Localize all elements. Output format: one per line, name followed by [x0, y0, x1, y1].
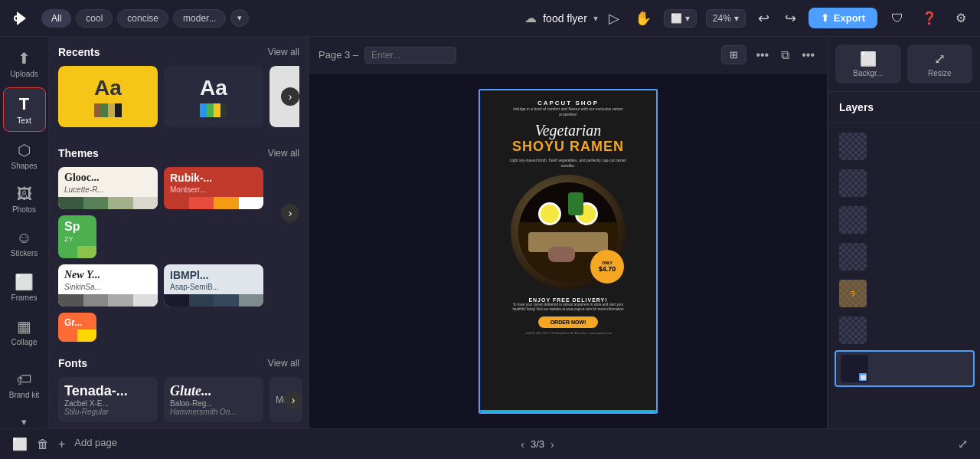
font-big-name-1: Tenada-... [64, 383, 152, 399]
theme-card-1[interactable]: Glooc... Lucette-R... [58, 167, 158, 209]
flyer-teal-accent-bar [480, 410, 656, 412]
themes-grid: Glooc... Lucette-R... Rubik-... Montserr… [58, 167, 299, 258]
recents-view-all-btn[interactable]: View all [268, 47, 299, 57]
layer-thumb-1 [839, 133, 867, 160]
sidebar-scroll-down-btn[interactable]: ▾ [3, 411, 46, 428]
sidebar-label-text: Text [17, 116, 31, 125]
upload-icon: ⬆ [18, 49, 31, 67]
recent-card-1[interactable]: Aa [58, 66, 158, 127]
flyer-delivery-desc: To have your ramen delivered to almost a… [507, 303, 629, 313]
export-icon: ⬆ [821, 12, 829, 24]
resize-tool-btn[interactable]: ⤢ Resize [907, 44, 973, 84]
bottom-expand-btn[interactable]: ⤢ [958, 437, 968, 451]
flyer-title-bold: SHOYU RAMEN [512, 139, 624, 155]
theme-card-3[interactable]: Sp ZY [58, 215, 96, 258]
themes-header: Themes View all [58, 147, 299, 159]
zoom-toggle-btn[interactable]: 24% ▾ [706, 9, 746, 28]
cursor-tool-btn[interactable]: ▷ [606, 7, 622, 30]
bottom-bar: ⬜ 🗑 + Add page ‹ 3/3 › ⤢ [0, 428, 980, 459]
layer-item-2[interactable] [835, 166, 975, 200]
font-card-1[interactable]: Tenada-... Zacbel X-E... Stilu-Regular [58, 377, 158, 422]
layer-item-3[interactable] [835, 203, 975, 237]
fonts-section: Fonts View all Tenada-... Zacbel X-E... … [49, 348, 309, 428]
stickers-icon: ☺ [16, 229, 31, 247]
help-icon-btn[interactable]: ❓ [917, 8, 942, 28]
canvas-viewport[interactable]: CAPCUT SHOP Indulge in a bowl of comfort… [309, 74, 827, 428]
price-value: $4.70 [599, 265, 616, 273]
flyer-tagline: Indulge in a bowl of comfort and flavour… [507, 107, 629, 117]
font-card-2[interactable]: Glute... Baloo-Reg... Hammersmith On... [164, 377, 263, 422]
theme-card-2[interactable]: Rubik-... Montserr... [164, 167, 263, 209]
style-tag-all[interactable]: All [41, 9, 71, 28]
document-chevron-icon[interactable]: ▾ [593, 13, 598, 24]
sidebar-item-brand-kit[interactable]: 🏷 Brand kit [3, 365, 46, 405]
page-next-btn[interactable]: › [550, 438, 554, 451]
canvas-more2-btn[interactable]: ••• [799, 45, 818, 65]
view-toggle-btn[interactable]: ⬜ ▾ [664, 9, 697, 28]
sidebar-item-collage[interactable]: ▦ Collage [3, 311, 46, 352]
theme-card-5[interactable]: IBMPl... Asap-SemiB... [164, 264, 263, 307]
background-tool-btn[interactable]: ⬜ Backgr... [835, 44, 901, 84]
page-name-input[interactable] [364, 47, 456, 64]
background-label: Backgr... [841, 69, 895, 77]
layer-thumb-3 [839, 206, 867, 234]
sidebar-label-photos: Photos [12, 205, 36, 214]
recents-carousel-next-btn[interactable]: › [281, 87, 299, 106]
theme-card-4[interactable]: New Y... SinkinSa... [58, 264, 158, 307]
zoom-chevron-icon: ▾ [734, 13, 739, 24]
main-layout: ⬆ Uploads T Text ⬡ Shapes 🖼 Photos ☺ Sti… [0, 37, 980, 428]
sidebar-item-frames[interactable]: ⬜ Frames [3, 267, 46, 308]
sidebar-item-shapes[interactable]: ⬡ Shapes [3, 135, 46, 176]
theme-title-6: Gr... [58, 313, 96, 329]
sidebar-item-text[interactable]: T Text [3, 87, 46, 132]
app-logo[interactable] [9, 6, 34, 31]
page-prev-btn[interactable]: ‹ [521, 438, 524, 451]
recent-card-2[interactable]: Aa [164, 66, 263, 127]
sidebar-item-stickers[interactable]: ☺ Stickers [3, 223, 46, 264]
settings-icon-btn[interactable]: ⚙ [951, 8, 971, 28]
theme-subtitle-2: Montserr... [164, 185, 263, 197]
sidebar-item-photos[interactable]: 🖼 Photos [3, 179, 46, 220]
themes-carousel-next-btn[interactable]: › [281, 204, 299, 222]
fonts-carousel-next-btn[interactable]: › [284, 391, 302, 409]
sidebar-label-uploads: Uploads [10, 70, 38, 78]
sidebar-item-uploads[interactable]: ⬆ Uploads [3, 43, 46, 84]
style-tag-more-btn[interactable]: ▾ [230, 9, 249, 27]
layer-item-4[interactable] [835, 240, 975, 274]
bottom-pages-btn[interactable]: ⬜ [12, 437, 28, 451]
canvas-copy-btn[interactable]: ⧉ [778, 45, 792, 65]
font-sub2-1: Stilu-Regular [64, 408, 152, 416]
add-page-label[interactable]: Add page [74, 437, 117, 451]
layer-item-7[interactable]: ⬜ [835, 350, 975, 387]
layers-panel: Layers ラ [828, 92, 980, 428]
flyer-order-btn[interactable]: ORDER NOW! [538, 316, 599, 328]
style-tag-modern[interactable]: moder... [173, 9, 226, 28]
view-chevron-icon: ▾ [685, 13, 690, 24]
hand-tool-btn[interactable]: ✋ [632, 7, 655, 30]
layer-item-6[interactable] [835, 313, 975, 347]
layer-item-1[interactable] [835, 130, 975, 163]
flyer-selection-border: CAPCUT SHOP Indulge in a bowl of comfort… [479, 89, 658, 414]
themes-section: Themes View all Glooc... Lucette-R... [49, 138, 309, 342]
zoom-value: 24% [713, 13, 731, 24]
left-panel: Recents View all Aa [49, 37, 309, 428]
style-tag-cool[interactable]: cool [76, 9, 113, 28]
photos-icon: 🖼 [17, 185, 32, 203]
export-button[interactable]: ⬆ Export [808, 8, 877, 28]
canvas-more-btn[interactable]: ••• [753, 45, 772, 65]
shield-icon-btn[interactable]: 🛡 [887, 8, 908, 28]
fonts-view-all-btn[interactable]: View all [268, 358, 299, 369]
theme-title-4: New Y... [58, 264, 158, 283]
style-tag-concise[interactable]: concise [117, 9, 168, 28]
canvas-area: Page 3 – ⊞ ••• ⧉ ••• CAPCUT SHOP Indulge… [309, 37, 827, 428]
bottom-delete-btn[interactable]: 🗑 [37, 437, 49, 451]
undo-btn[interactable]: ↩ [755, 7, 773, 30]
bottom-add-page-icon-btn[interactable]: + [58, 437, 65, 451]
layer-item-5[interactable]: ラ [835, 277, 975, 310]
redo-btn[interactable]: ↪ [782, 7, 799, 30]
theme-card-6[interactable]: Gr... [58, 313, 96, 342]
page-label-text: Page 3 – [318, 49, 358, 61]
canvas-resize-btn[interactable]: ⊞ [721, 45, 746, 64]
themes-view-all-btn[interactable]: View all [268, 148, 299, 159]
flyer-canvas[interactable]: CAPCUT SHOP Indulge in a bowl of comfort… [480, 90, 656, 412]
